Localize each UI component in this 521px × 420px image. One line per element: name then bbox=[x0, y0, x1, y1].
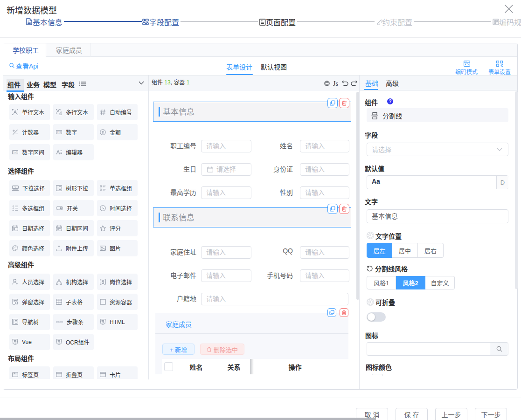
svg-text:1~3: 1~3 bbox=[13, 151, 17, 154]
svg-text:Tab: Tab bbox=[14, 372, 16, 374]
svg-text:123: 123 bbox=[57, 131, 61, 134]
